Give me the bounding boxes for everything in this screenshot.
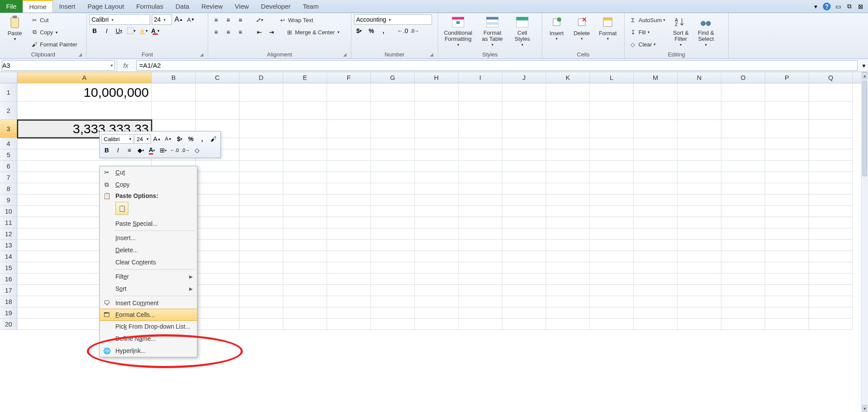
percent-button[interactable]: % xyxy=(366,26,377,36)
cell-H6[interactable] xyxy=(415,161,459,172)
cell-styles-button[interactable]: Cell Styles▾ xyxy=(509,14,535,50)
underline-button[interactable]: U▾ xyxy=(114,26,124,36)
ctx-paste-special[interactable]: Paste Special... xyxy=(100,218,197,230)
mini-font-color[interactable]: A▾ xyxy=(147,145,157,155)
cell-K17[interactable] xyxy=(546,285,590,296)
increase-indent-button[interactable]: ⇥ xyxy=(266,27,277,37)
cell-H8[interactable] xyxy=(415,183,459,194)
cell-N16[interactable] xyxy=(678,274,721,285)
cell-I2[interactable] xyxy=(459,102,502,120)
cell-J19[interactable] xyxy=(502,307,546,319)
cell-C10[interactable] xyxy=(196,206,239,217)
align-left-button[interactable]: ≡ xyxy=(211,27,221,37)
cell-Q2[interactable] xyxy=(809,102,853,120)
cell-L14[interactable] xyxy=(590,251,634,262)
cell-F16[interactable] xyxy=(327,274,371,285)
col-header-F[interactable]: F xyxy=(327,72,371,83)
cell-Q16[interactable] xyxy=(809,274,853,285)
cell-F18[interactable] xyxy=(327,296,371,307)
row-header-9[interactable]: 9 xyxy=(0,194,17,206)
conditional-formatting-button[interactable]: Conditional Formatting▾ xyxy=(441,14,475,50)
mini-dec-dec[interactable]: .0→ xyxy=(180,145,191,155)
cell-J11[interactable] xyxy=(502,217,546,228)
tab-view[interactable]: View xyxy=(229,0,255,13)
cell-C8[interactable] xyxy=(196,183,239,194)
cell-M9[interactable] xyxy=(634,194,678,206)
cell-J3[interactable] xyxy=(502,120,546,138)
cell-Q6[interactable] xyxy=(809,161,853,172)
cell-Q9[interactable] xyxy=(809,194,853,206)
cell-O15[interactable] xyxy=(721,262,765,274)
format-as-table-button[interactable]: Format as Table▾ xyxy=(477,14,508,50)
cell-M12[interactable] xyxy=(634,228,678,240)
cell-G16[interactable] xyxy=(371,274,415,285)
mini-borders[interactable]: ⊞▾ xyxy=(158,145,168,155)
cell-H17[interactable] xyxy=(415,285,459,296)
cell-P1[interactable] xyxy=(765,83,809,102)
dialog-launcher-icon[interactable]: ◢ xyxy=(342,52,347,57)
cell-N3[interactable] xyxy=(678,120,721,138)
cell-J6[interactable] xyxy=(502,161,546,172)
clear-button[interactable]: ◇Clear▾ xyxy=(627,39,667,50)
cell-L6[interactable] xyxy=(590,161,634,172)
cell-O6[interactable] xyxy=(721,161,765,172)
cell-O3[interactable] xyxy=(721,120,765,138)
ctx-define-name[interactable]: Define Name... xyxy=(100,333,197,345)
delete-cells-button[interactable]: Delete▾ xyxy=(570,14,593,50)
ctx-hyperlink[interactable]: 🌐Hyperlink... xyxy=(100,345,197,357)
cell-G19[interactable] xyxy=(371,307,415,319)
cell-F19[interactable] xyxy=(327,307,371,319)
col-header-G[interactable]: G xyxy=(371,72,415,83)
align-top-button[interactable]: ≡ xyxy=(211,15,221,25)
row-header-18[interactable]: 18 xyxy=(0,296,17,307)
cell-O9[interactable] xyxy=(721,194,765,206)
cell-I6[interactable] xyxy=(459,161,502,172)
row-header-4[interactable]: 4 xyxy=(0,138,17,149)
bold-button[interactable]: B xyxy=(89,26,100,36)
cell-D9[interactable] xyxy=(239,194,283,206)
ctx-sort[interactable]: Sort▶ xyxy=(100,283,197,295)
cell-K8[interactable] xyxy=(546,183,590,194)
cell-F4[interactable] xyxy=(327,138,371,149)
cell-I5[interactable] xyxy=(459,149,502,161)
sort-filter-button[interactable]: AZSort & Filter▾ xyxy=(669,14,692,50)
col-header-K[interactable]: K xyxy=(546,72,590,83)
cell-F20[interactable] xyxy=(327,319,371,330)
cell-I11[interactable] xyxy=(459,217,502,228)
cell-J13[interactable] xyxy=(502,240,546,251)
dialog-launcher-icon[interactable]: ◢ xyxy=(199,52,204,57)
cell-K16[interactable] xyxy=(546,274,590,285)
cell-C11[interactable] xyxy=(196,217,239,228)
insert-cells-button[interactable]: Insert▾ xyxy=(545,14,568,50)
cell-P20[interactable] xyxy=(765,319,809,330)
cell-H9[interactable] xyxy=(415,194,459,206)
cell-E4[interactable] xyxy=(283,138,327,149)
cell-J15[interactable] xyxy=(502,262,546,274)
cell-F15[interactable] xyxy=(327,262,371,274)
row-header-10[interactable]: 10 xyxy=(0,206,17,217)
mini-align[interactable]: ≡ xyxy=(124,145,134,155)
cell-O17[interactable] xyxy=(721,285,765,296)
cell-G13[interactable] xyxy=(371,240,415,251)
cell-I19[interactable] xyxy=(459,307,502,319)
cell-L7[interactable] xyxy=(590,172,634,183)
cell-Q13[interactable] xyxy=(809,240,853,251)
cell-H16[interactable] xyxy=(415,274,459,285)
cell-F6[interactable] xyxy=(327,161,371,172)
cell-Q17[interactable] xyxy=(809,285,853,296)
cell-M11[interactable] xyxy=(634,217,678,228)
cell-H10[interactable] xyxy=(415,206,459,217)
cell-C9[interactable] xyxy=(196,194,239,206)
cell-Q14[interactable] xyxy=(809,251,853,262)
currency-button[interactable]: $▾ xyxy=(354,26,364,36)
cell-N15[interactable] xyxy=(678,262,721,274)
cell-K18[interactable] xyxy=(546,296,590,307)
decrease-decimal-button[interactable]: .0→ xyxy=(409,26,420,36)
cell-K5[interactable] xyxy=(546,149,590,161)
tab-page-layout[interactable]: Page Layout xyxy=(82,0,130,13)
cell-C12[interactable] xyxy=(196,228,239,240)
number-format-combo[interactable]: Accounting▾ xyxy=(354,14,432,25)
tab-file[interactable]: File xyxy=(0,0,23,13)
cell-I20[interactable] xyxy=(459,319,502,330)
cell-P10[interactable] xyxy=(765,206,809,217)
